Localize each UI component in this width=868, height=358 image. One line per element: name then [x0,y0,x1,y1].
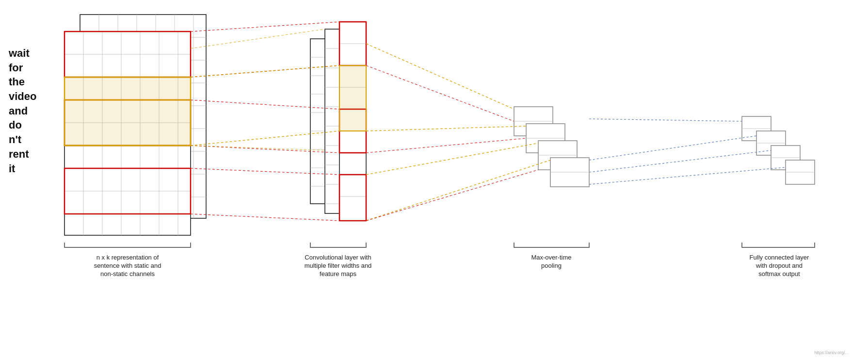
bracket-input [64,243,191,247]
fc-layer [742,116,815,184]
svg-line-98 [366,65,514,121]
label-conv-line3: feature maps [320,270,356,277]
label-fc-line2: with dropout and [755,262,803,269]
svg-rect-33 [64,77,191,146]
svg-line-96 [366,143,538,175]
bracket-pool [514,243,589,247]
svg-line-94 [366,44,514,109]
svg-line-92 [191,29,325,49]
svg-line-103 [589,150,771,172]
pooling-layer [514,107,589,187]
bracket-fc [742,243,815,247]
watermark: https://arxiv.org/... [814,350,849,355]
svg-line-104 [589,167,786,184]
label-conv-line1: Convolutional layer with [305,254,371,261]
svg-line-102 [589,136,756,160]
label-pool-line1: Max-over-time [531,254,571,261]
svg-rect-67 [339,65,366,131]
cnn-diagram: n x k representation of sentence with st… [0,0,868,358]
input-matrix-front [64,32,191,235]
svg-line-89 [191,214,339,221]
label-nxk-line3: non-static channels [100,270,155,277]
label-nxk-line2: sentence with static and [94,262,161,269]
svg-line-95 [366,126,526,131]
label-conv-line2: multiple filter widths and [305,262,372,269]
svg-line-99 [366,138,526,153]
svg-line-100 [366,170,538,221]
bracket-conv [310,243,366,247]
svg-line-93 [191,146,325,150]
label-fc-line1: Fully connected layer [750,254,810,261]
label-nxk-line1: n x k representation of [96,254,159,261]
svg-line-101 [589,119,742,121]
diagram-container: waitforthevideoanddon'trentit [0,0,868,358]
label-fc-line3: softmax output [758,270,800,277]
conv-maps [310,22,366,221]
svg-line-97 [366,160,550,221]
label-pool-line2: pooling [541,262,562,269]
